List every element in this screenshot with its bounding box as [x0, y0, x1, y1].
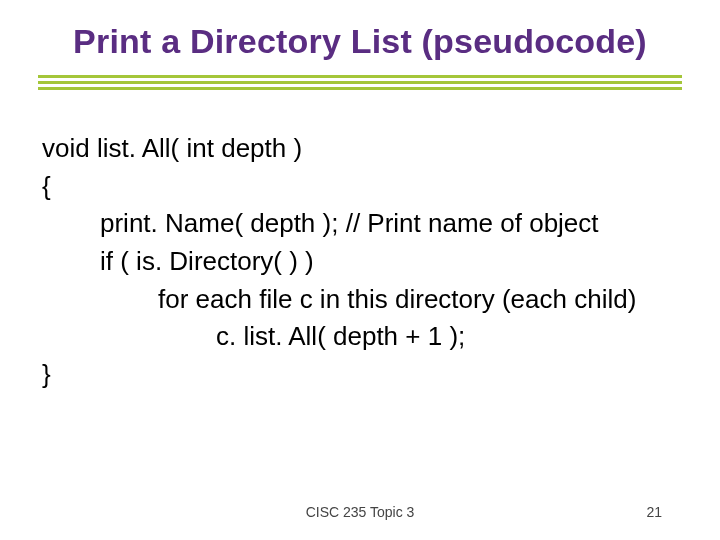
footer: CISC 235 Topic 3 21 — [0, 504, 720, 520]
code-line: { — [42, 168, 682, 206]
slide: Print a Directory List (pseudocode) void… — [0, 0, 720, 540]
page-number: 21 — [646, 504, 662, 520]
divider-line — [38, 87, 682, 90]
code-line: if ( is. Directory( ) ) — [42, 243, 682, 281]
code-line: } — [42, 356, 682, 394]
code-line: c. list. All( depth + 1 ); — [42, 318, 682, 356]
code-line: for each file c in this directory (each … — [42, 281, 682, 319]
code-line: print. Name( depth ); // Print name of o… — [42, 205, 682, 243]
divider-line — [38, 75, 682, 78]
code-line: void list. All( int depth ) — [42, 130, 682, 168]
code-block: void list. All( int depth ) { print. Nam… — [38, 130, 682, 394]
slide-title: Print a Directory List (pseudocode) — [38, 22, 682, 61]
divider-line — [38, 81, 682, 84]
divider-lines — [38, 75, 682, 90]
footer-center-text: CISC 235 Topic 3 — [306, 504, 415, 520]
